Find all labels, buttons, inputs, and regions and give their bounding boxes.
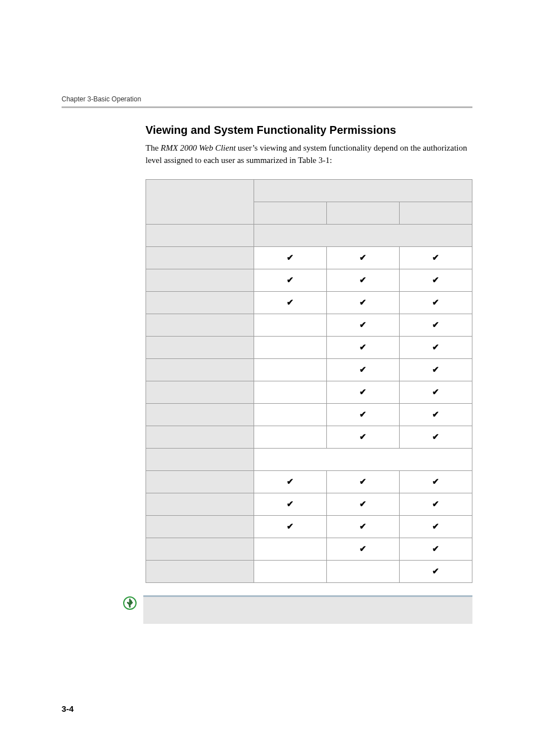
check-icon: ✔ — [432, 409, 439, 419]
row-label — [146, 493, 254, 515]
check-icon: ✔ — [432, 297, 439, 307]
table-row: ✔ ✔ — [146, 336, 472, 358]
table-row: ✔ ✔ ✔ — [146, 291, 472, 314]
table-row: ✔ ✔ — [146, 403, 472, 426]
table-row: ✔ ✔ — [146, 314, 472, 336]
section-row — [146, 224, 472, 246]
cell: ✔ — [326, 314, 399, 336]
check-icon: ✔ — [287, 521, 294, 531]
row-label — [146, 336, 254, 358]
cell: ✔ — [254, 291, 326, 314]
cell — [254, 538, 326, 560]
check-icon: ✔ — [359, 297, 367, 307]
check-icon: ✔ — [287, 275, 294, 284]
cell: ✔ — [399, 470, 472, 493]
table-row: ✔ ✔ — [146, 538, 472, 560]
cell: ✔ — [326, 515, 399, 538]
cell: ✔ — [254, 470, 326, 493]
check-icon: ✔ — [432, 365, 439, 374]
table-row: ✔ ✔ ✔ — [146, 470, 472, 493]
row-label — [146, 515, 254, 538]
cell — [254, 314, 326, 336]
row-label — [146, 358, 254, 381]
page-number: 3-4 — [62, 704, 74, 713]
cell: ✔ — [399, 269, 472, 291]
row-label — [146, 470, 254, 493]
check-icon: ✔ — [359, 320, 367, 329]
table-row: ✔ ✔ ✔ — [146, 246, 472, 269]
cell — [254, 426, 326, 448]
row-label — [146, 314, 254, 336]
check-icon: ✔ — [432, 432, 439, 441]
cell: ✔ — [399, 560, 472, 582]
section-row — [146, 448, 472, 470]
cell: ✔ — [399, 426, 472, 448]
cell: ✔ — [254, 269, 326, 291]
check-icon: ✔ — [359, 432, 367, 441]
check-icon: ✔ — [432, 320, 439, 329]
check-icon: ✔ — [359, 477, 367, 486]
cell: ✔ — [326, 493, 399, 515]
check-icon: ✔ — [432, 275, 439, 284]
check-icon: ✔ — [287, 253, 294, 262]
table-head-c3 — [399, 202, 472, 224]
cell — [254, 560, 326, 582]
table-head-left — [146, 179, 254, 224]
section-heading: Viewing and System Functionality Permiss… — [146, 124, 472, 137]
check-icon: ✔ — [359, 387, 367, 396]
cell — [254, 381, 326, 403]
check-icon: ✔ — [359, 342, 367, 352]
row-label — [146, 291, 254, 314]
cell: ✔ — [326, 470, 399, 493]
row-label — [146, 269, 254, 291]
table-row: ✔ ✔ — [146, 358, 472, 381]
check-icon: ✔ — [432, 477, 439, 486]
cell: ✔ — [399, 403, 472, 426]
check-icon: ✔ — [359, 521, 367, 531]
row-label — [146, 246, 254, 269]
check-icon: ✔ — [359, 365, 367, 374]
cell: ✔ — [326, 426, 399, 448]
check-icon: ✔ — [432, 499, 439, 508]
info-arrow-icon — [123, 596, 137, 610]
info-callout — [123, 595, 472, 624]
table-row: ✔ ✔ ✔ — [146, 269, 472, 291]
cell: ✔ — [399, 246, 472, 269]
body-pre: The — [146, 143, 161, 152]
cell: ✔ — [254, 515, 326, 538]
cell: ✔ — [399, 493, 472, 515]
check-icon: ✔ — [359, 544, 367, 553]
row-label — [146, 381, 254, 403]
check-icon: ✔ — [432, 566, 439, 576]
cell: ✔ — [399, 358, 472, 381]
cell: ✔ — [326, 358, 399, 381]
cell — [254, 403, 326, 426]
info-icon-wrap — [123, 595, 143, 624]
cell: ✔ — [399, 314, 472, 336]
table-row: ✔ ✔ — [146, 381, 472, 403]
cell: ✔ — [254, 246, 326, 269]
check-icon: ✔ — [359, 275, 367, 284]
check-icon: ✔ — [287, 499, 294, 508]
cell: ✔ — [399, 515, 472, 538]
chapter-title: Chapter 3-Basic Operation — [62, 95, 472, 106]
header-rule — [62, 106, 472, 108]
cell: ✔ — [326, 246, 399, 269]
cell: ✔ — [399, 381, 472, 403]
check-icon: ✔ — [432, 253, 439, 262]
check-icon: ✔ — [432, 544, 439, 553]
section-body-text: The RMX 2000 Web Client user’s viewing a… — [146, 142, 472, 167]
row-label — [146, 403, 254, 426]
cell — [326, 560, 399, 582]
permissions-table: ✔ ✔ ✔ ✔ ✔ ✔ ✔ ✔ ✔ ✔ ✔ — [146, 179, 472, 583]
cell — [254, 358, 326, 381]
cell: ✔ — [326, 336, 399, 358]
cell: ✔ — [326, 269, 399, 291]
table-row: ✔ ✔ ✔ — [146, 515, 472, 538]
cell: ✔ — [399, 336, 472, 358]
svg-point-2 — [129, 605, 131, 607]
cell: ✔ — [326, 403, 399, 426]
cell: ✔ — [326, 291, 399, 314]
cell: ✔ — [326, 538, 399, 560]
row-label — [146, 538, 254, 560]
